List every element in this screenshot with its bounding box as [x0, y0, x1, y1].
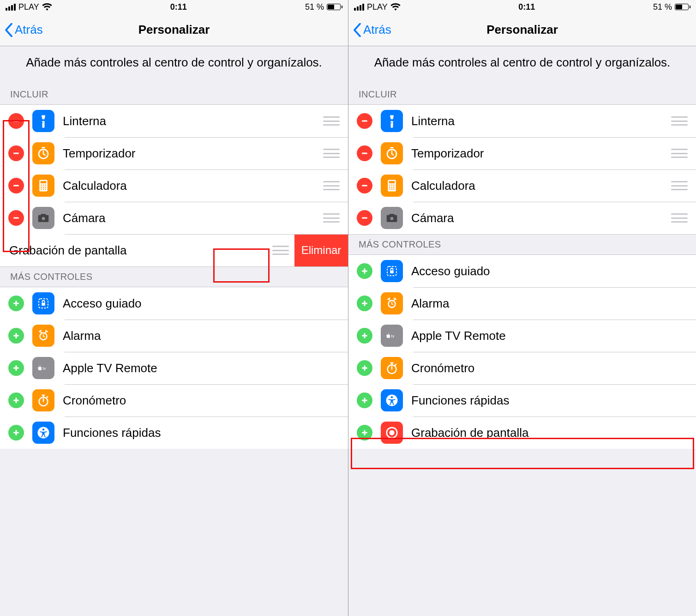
list-row: Cronómetro — [0, 384, 348, 417]
appletv-icon: tv — [381, 325, 403, 347]
svg-point-51 — [393, 187, 395, 188]
drag-handle[interactable] — [671, 116, 688, 126]
list-row: Temporizador — [0, 137, 348, 169]
signal-bars-icon — [6, 4, 16, 11]
timer-icon — [381, 142, 403, 164]
row-label: Grabación de pantalla — [9, 243, 272, 258]
nav-bar: Atrás Personalizar — [0, 14, 348, 46]
chevron-left-icon — [5, 23, 13, 37]
add-button[interactable] — [8, 296, 24, 311]
minus-icon — [12, 117, 20, 125]
flashlight-icon — [381, 110, 403, 132]
include-list: LinternaTemporizadorCalculadoraCámaraGra… — [0, 104, 348, 267]
svg-point-29 — [45, 332, 47, 333]
remove-button[interactable] — [357, 178, 372, 193]
list-row: Calculadora — [0, 169, 348, 202]
svg-point-80 — [389, 430, 394, 435]
plus-icon — [12, 429, 20, 437]
row-label: Grabación de pantalla — [411, 426, 688, 440]
back-button[interactable]: Atrás — [348, 23, 391, 37]
calculator-icon — [32, 175, 54, 197]
list-row: Cámara — [348, 202, 696, 234]
appletv-icon: tv — [32, 357, 54, 379]
drag-handle[interactable] — [671, 213, 688, 223]
list-row: Cámara — [0, 202, 348, 234]
row-label: Calculadora — [411, 179, 671, 193]
delete-button[interactable]: Eliminar — [294, 234, 348, 266]
add-button[interactable] — [357, 360, 372, 376]
add-button[interactable] — [8, 360, 24, 376]
list-row: tvApple TV Remote — [348, 320, 696, 352]
add-button[interactable] — [357, 263, 372, 279]
carrier-label: PLAY — [367, 2, 388, 12]
list-row: Acceso guiado — [0, 287, 348, 320]
remove-button[interactable] — [357, 113, 372, 129]
drag-handle[interactable] — [323, 149, 340, 158]
add-button[interactable] — [357, 328, 372, 344]
svg-point-47 — [391, 185, 393, 186]
svg-point-46 — [389, 185, 390, 186]
add-button[interactable] — [357, 296, 372, 311]
alarm-icon — [381, 292, 403, 314]
status-bar: PLAY 0:11 51 % — [348, 0, 696, 14]
drag-handle[interactable] — [323, 181, 340, 190]
add-button[interactable] — [8, 425, 24, 441]
svg-point-11 — [45, 187, 46, 188]
svg-rect-45 — [389, 181, 395, 183]
row-label: Cámara — [63, 211, 323, 225]
remove-button[interactable] — [357, 145, 372, 161]
flashlight-icon — [32, 110, 54, 132]
svg-point-56 — [390, 217, 394, 221]
row-label: Funciones rápidas — [63, 426, 340, 440]
add-button[interactable] — [357, 393, 372, 408]
wifi-icon — [42, 3, 52, 11]
svg-rect-78 — [362, 432, 367, 434]
minus-icon — [360, 149, 369, 157]
remove-button[interactable] — [8, 145, 24, 161]
svg-rect-5 — [41, 181, 47, 183]
row-label: Alarma — [63, 329, 340, 343]
drag-handle[interactable] — [323, 116, 340, 126]
add-button[interactable] — [8, 393, 24, 408]
plus-icon — [12, 396, 20, 405]
back-label: Atrás — [363, 23, 391, 37]
alarm-icon — [32, 325, 54, 347]
list-row: Temporizador — [348, 137, 696, 169]
remove-button[interactable] — [8, 210, 24, 226]
svg-point-39 — [42, 429, 45, 431]
svg-rect-15 — [13, 217, 19, 219]
right-pane: PLAY 0:11 51 % Atrás Personalizar Añade … — [348, 0, 696, 616]
list-row: Calculadora — [348, 169, 696, 202]
row-label: Apple TV Remote — [411, 329, 688, 343]
section-header-more: MÁS CONTROLES — [0, 267, 348, 287]
svg-point-48 — [393, 185, 395, 186]
svg-point-28 — [41, 332, 42, 333]
svg-point-9 — [41, 187, 42, 188]
guided-icon — [381, 260, 403, 282]
drag-handle[interactable] — [671, 181, 688, 190]
drag-handle[interactable] — [272, 246, 289, 255]
remove-button[interactable] — [8, 178, 24, 193]
remove-button[interactable] — [357, 210, 372, 226]
row-label: Acceso guiado — [411, 264, 688, 278]
drag-handle[interactable] — [323, 213, 340, 223]
svg-point-76 — [391, 396, 393, 399]
plus-icon — [360, 396, 369, 405]
row-label: Cronómetro — [63, 393, 340, 408]
svg-point-14 — [45, 188, 46, 190]
back-button[interactable]: Atrás — [0, 23, 43, 37]
battery-icon — [327, 4, 342, 10]
list-row: Linterna — [0, 105, 348, 137]
list-row: Acceso guiado — [348, 255, 696, 287]
add-button[interactable] — [8, 328, 24, 344]
svg-point-53 — [391, 188, 393, 190]
svg-rect-60 — [390, 271, 394, 273]
svg-point-16 — [42, 217, 46, 221]
remove-button[interactable] — [8, 113, 24, 129]
row-label: Acceso guiado — [63, 296, 340, 311]
drag-handle[interactable] — [671, 149, 688, 158]
screen-record-icon — [381, 422, 403, 444]
timer-icon — [32, 142, 54, 164]
svg-point-49 — [389, 187, 390, 188]
add-button[interactable] — [357, 425, 372, 441]
